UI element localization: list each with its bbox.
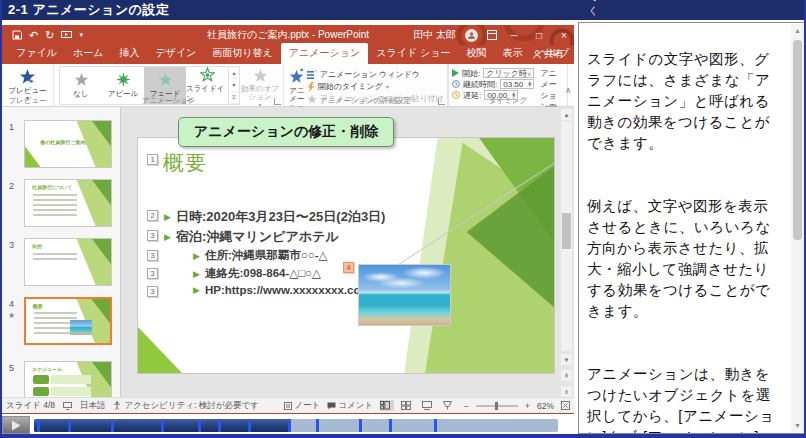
bullet-text[interactable]: 住所:沖縄県那覇市○○-△ [205, 248, 327, 263]
chapter-tick[interactable] [248, 419, 251, 432]
tab-slideshow[interactable]: スライド ショー [368, 43, 458, 64]
slide-sorter-view-button[interactable] [401, 400, 415, 411]
bullet-text[interactable]: 宿泊:沖縄マリンピアホテル [176, 228, 339, 246]
advanced-dialog-launcher[interactable] [438, 98, 445, 105]
tab-file[interactable]: ファイル [8, 43, 65, 64]
notes-button[interactable]: ノート [284, 400, 320, 412]
zoom-slider-handle[interactable] [495, 402, 498, 410]
beach-photo[interactable] [358, 264, 451, 326]
chapter-tick[interactable] [288, 419, 291, 432]
minimize-button[interactable]: ─ [506, 30, 522, 41]
chapter-tick[interactable] [161, 419, 164, 432]
tab-insert[interactable]: 挿入 [111, 43, 147, 64]
chapter-tick[interactable] [359, 419, 362, 432]
slide-counter[interactable]: スライド 4/8 [6, 400, 55, 412]
panel-scrollbar-thumb[interactable] [793, 40, 802, 240]
normal-view-button[interactable] [380, 400, 394, 411]
close-button[interactable]: × [556, 30, 572, 41]
scroll-down-arrow[interactable]: ▼ [561, 354, 572, 365]
start-select[interactable]: クリック時 ∨ [483, 68, 534, 78]
duration-clock-icon [452, 80, 460, 88]
tutorial-page: 2-1 アニメーションの設定 ↶ ↻ ▾ 社員旅行のご案内.pptx - Pow… [0, 0, 806, 438]
gallery-scroll-up[interactable]: ▴ [229, 67, 239, 79]
collapse-ribbon-icon[interactable]: ∧ [565, 86, 571, 95]
panel-scrollbar[interactable]: ▲ ▼ [791, 24, 804, 432]
accessibility-checker[interactable]: アクセシビリティ: 検討が必要です [113, 400, 258, 412]
slide-title[interactable]: 概要 [163, 149, 207, 177]
tab-transitions[interactable]: 画面切り替え [204, 43, 280, 64]
user-name[interactable]: 田中 太郎 [413, 28, 456, 42]
animation-badge-5[interactable]: 3 [147, 268, 158, 279]
chapter-tick[interactable] [316, 419, 319, 432]
bullet-text[interactable]: HP:https://www.xxxxxxxx.com [205, 284, 371, 296]
scrollbar-thumb[interactable] [562, 213, 571, 249]
tab-home[interactable]: ホーム [65, 43, 111, 64]
animation-badge-4[interactable]: 3 [147, 250, 158, 261]
chapter-tick[interactable] [389, 419, 392, 432]
save-icon[interactable] [12, 30, 22, 40]
start-slideshow-icon[interactable] [61, 31, 72, 40]
animation-pane-button[interactable]: アニメーション ウィンドウ [307, 69, 444, 80]
animation-badge-6[interactable]: 3 [147, 286, 158, 297]
display-settings-icon[interactable] [63, 402, 72, 410]
reading-view-button[interactable] [422, 400, 436, 411]
ribbon-tab-row: ファイル ホーム 挿入 デザイン 画面切り替え アニメーション スライド ショー… [2, 45, 574, 64]
previous-slide-button[interactable]: ⇞ [561, 370, 572, 381]
chapter-tick[interactable] [68, 419, 71, 432]
qat-customize-icon[interactable]: ▾ [79, 31, 83, 39]
play-button[interactable] [2, 416, 30, 434]
bullet-row[interactable]: ▶ HP:https://www.xxxxxxxx.com [193, 284, 371, 296]
bullet-row[interactable]: ▶ 連絡先:098-864-△□○△ [193, 266, 321, 281]
chapter-tick[interactable] [198, 419, 201, 432]
chapter-tick[interactable] [111, 419, 114, 432]
chapter-tick[interactable] [434, 419, 437, 432]
trigger-button[interactable]: 開始のタイミング ▾ [307, 81, 444, 92]
redo-icon[interactable]: ↻ [45, 29, 54, 42]
tab-view[interactable]: 表示 [494, 43, 530, 64]
chapter-tick[interactable] [218, 419, 221, 432]
duration-spin-arrows[interactable]: ▴▾ [528, 81, 531, 87]
page-header-bar: 2-1 アニメーションの設定 [0, 0, 806, 20]
gallery-scroll-down[interactable]: ▾ [229, 79, 239, 91]
tab-animations[interactable]: アニメーション [281, 43, 368, 64]
animation-badge-2[interactable]: 2 [147, 210, 158, 221]
explanation-paragraph-1: スライドの文字や図形、グラフには、さまざまな「アニメーション」と呼ばれる動きの効… [587, 49, 783, 154]
fit-to-window-icon[interactable] [561, 401, 570, 410]
zoom-slider[interactable] [476, 405, 518, 407]
animation-badge-1[interactable]: 1 [147, 154, 158, 165]
next-slide-button[interactable]: ⇟ [561, 386, 572, 397]
bullet-row[interactable]: ▶ 日時:2020年3月23日〜25日(2泊3日) [164, 208, 385, 226]
panel-scroll-down-arrow[interactable]: ▼ [791, 419, 804, 432]
ribbon-display-options-icon[interactable] [487, 30, 497, 40]
tab-design[interactable]: デザイン [147, 43, 204, 64]
seek-bar[interactable] [34, 419, 558, 432]
titlebar-right: 田中 太郎 ─ □ × [413, 28, 572, 42]
zoom-level[interactable]: 62% [537, 401, 554, 411]
zoom-out-button[interactable]: − [464, 401, 469, 411]
duration-spinner[interactable]: 03.50 ▴▾ [500, 79, 534, 89]
slide-editor[interactable]: 1 概要 2 ▶ 日時:2020年3月23日〜25日(2泊3日) 3 ▶ 宿泊:… [138, 138, 554, 373]
comments-button[interactable]: コメント [327, 400, 373, 412]
panel-scroll-up-arrow[interactable]: ▲ [791, 24, 804, 37]
tab-review[interactable]: 校閲 [458, 43, 494, 64]
maximize-button[interactable]: □ [531, 30, 547, 41]
undo-icon[interactable]: ↶ [29, 29, 38, 42]
chapter-tick[interactable] [37, 419, 40, 432]
user-avatar[interactable] [465, 29, 478, 42]
slide-3-title: 目的 [32, 243, 42, 249]
slideshow-view-button[interactable] [443, 400, 457, 411]
scrollbar-track[interactable] [561, 121, 572, 351]
animation-badge-selected[interactable]: 4 [343, 262, 354, 273]
language-indicator[interactable]: 日本語 [80, 400, 106, 412]
bullet-row[interactable]: ▶ 住所:沖縄県那覇市○○-△ [193, 248, 327, 263]
share-button[interactable]: 共有 [533, 47, 564, 61]
animation-badge-3[interactable]: 3 [147, 230, 158, 241]
animation-dialog-launcher[interactable] [274, 98, 281, 105]
animation-star-indicator[interactable]: ★ [8, 311, 15, 320]
zoom-in-button[interactable]: + [525, 401, 530, 411]
scroll-up-arrow[interactable]: ▲ [561, 109, 572, 120]
bullet-text[interactable]: 連絡先:098-864-△□○△ [205, 266, 321, 281]
play-icon [11, 420, 21, 431]
bullet-row[interactable]: ▶ 宿泊:沖縄マリンピアホテル [164, 228, 339, 246]
bullet-text[interactable]: 日時:2020年3月23日〜25日(2泊3日) [176, 208, 386, 226]
